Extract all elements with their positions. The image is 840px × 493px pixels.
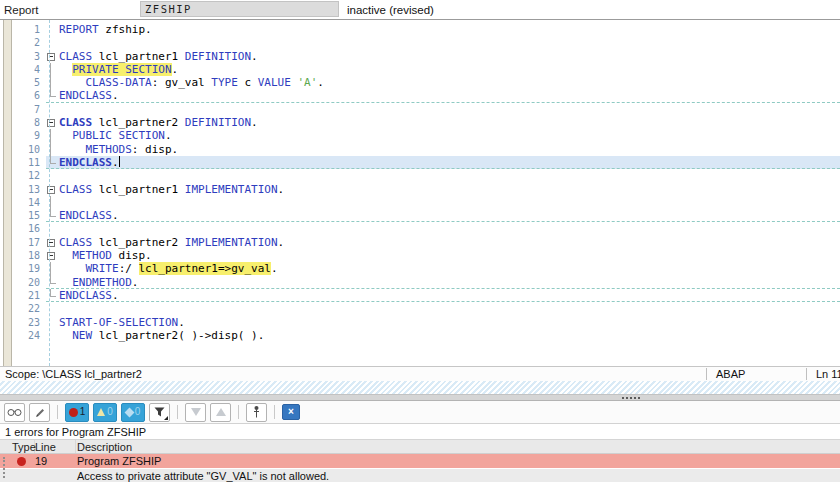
line-number[interactable]: 4 [0,63,46,76]
code-line[interactable]: 8CLASS lcl_partner2 DEFINITION. [0,116,840,129]
code-line[interactable]: 23START-OF-SELECTION. [0,316,840,329]
code-text[interactable]: REPORT zfship. [59,23,840,36]
code-line[interactable]: 17CLASS lcl_partner2 IMPLEMENTATION. [0,236,840,249]
line-number[interactable]: 17 [0,236,46,249]
line-number[interactable]: 21 [0,289,46,302]
code-text[interactable]: CLASS lcl_partner2 IMPLEMENTATION. [59,236,840,249]
line-number[interactable]: 3 [0,50,46,63]
code-text[interactable]: ENDCLASS. [59,156,840,168]
code-text[interactable]: CLASS lcl_partner2 DEFINITION. [59,116,840,129]
line-number[interactable]: 7 [0,103,46,116]
line-number[interactable]: 16 [0,222,46,235]
row-line-cell: 19 [35,455,76,467]
code-line[interactable]: 3CLASS lcl_partner1 DEFINITION. [0,50,840,63]
code-text[interactable]: WRITE:/ lcl_partner1=>gv_val. [59,262,840,275]
code-text[interactable]: ENDCLASS. [59,289,840,301]
column-header-description[interactable]: Description [76,441,840,453]
fold-marker-icon[interactable] [46,116,59,129]
code-text[interactable] [59,169,840,182]
line-number[interactable]: 1 [0,23,46,36]
line-number[interactable]: 12 [0,169,46,182]
error-detail-row[interactable]: Access to private attribute "GV_VAL" is … [0,469,840,483]
code-line[interactable]: 19 WRITE:/ lcl_partner1=>gv_val. [0,262,840,275]
splitter-grip-icon[interactable] [622,397,640,399]
line-number[interactable]: 11 [0,156,46,169]
line-number[interactable]: 20 [0,276,46,289]
line-number[interactable]: 6 [0,89,46,102]
code-text[interactable]: CLASS lcl_partner1 DEFINITION. [59,50,840,63]
code-line[interactable]: 9 PUBLIC SECTION. [0,129,840,142]
code-line[interactable]: 7 [0,103,840,116]
code-line[interactable]: 10 METHODS: disp. [0,143,840,156]
errors-filter-button[interactable]: 1 [65,403,89,422]
line-number[interactable]: 10 [0,143,46,156]
code-text[interactable]: ENDMETHOD. [59,276,840,288]
code-text[interactable]: ENDCLASS. [59,89,840,101]
code-text[interactable]: METHOD disp. [59,249,840,262]
code-line[interactable]: 6ENDCLASS. [0,89,840,102]
next-message-button[interactable] [185,403,206,422]
code-line[interactable]: 18 METHOD disp. [0,249,840,262]
line-number[interactable]: 15 [0,209,46,222]
line-number[interactable]: 18 [0,249,46,262]
fold-marker-icon[interactable] [46,183,59,196]
line-number[interactable]: 14 [0,196,46,209]
line-number[interactable]: 13 [0,183,46,196]
fold-marker-icon[interactable] [46,50,59,63]
fold-marker-icon[interactable] [46,249,59,262]
line-number[interactable]: 24 [0,329,46,342]
code-line[interactable]: 24 NEW lcl_partner2( )->disp( ). [0,329,840,342]
edit-mode-button[interactable] [29,403,50,422]
line-number[interactable]: 2 [0,36,46,49]
code-text[interactable] [59,36,840,49]
code-line[interactable]: 20 ENDMETHOD. [0,276,840,289]
line-number[interactable]: 22 [0,302,46,315]
code-text[interactable] [59,222,840,235]
abap-editor-window: { "header": { "label": "Report", "progra… [0,0,840,493]
code-text[interactable] [59,302,840,315]
code-text[interactable] [59,196,840,209]
code-text[interactable]: START-OF-SELECTION. [59,316,840,329]
line-number[interactable]: 8 [0,116,46,129]
code-line[interactable]: 21ENDCLASS. [0,289,840,302]
code-line[interactable]: 2 [0,36,840,49]
infos-filter-button[interactable]: 0 [121,403,145,422]
line-number[interactable]: 19 [0,262,46,275]
code-line[interactable]: 16 [0,222,840,235]
close-panel-button[interactable]: × [282,404,300,420]
panel-rail-grip[interactable] [3,457,5,478]
code-line[interactable]: 5 CLASS-DATA: gv_val TYPE c VALUE 'A'. [0,76,840,89]
line-number[interactable]: 5 [0,76,46,89]
code-line[interactable]: 15ENDCLASS. [0,209,840,222]
line-number[interactable]: 9 [0,129,46,142]
code-text[interactable]: PUBLIC SECTION. [59,129,840,142]
code-text[interactable]: CLASS-DATA: gv_val TYPE c VALUE 'A'. [59,76,840,89]
line-number[interactable]: 23 [0,316,46,329]
code-line[interactable]: 12 [0,169,840,182]
code-line[interactable]: 1REPORT zfship. [0,23,840,36]
pin-button[interactable] [246,403,267,422]
fold-guide [46,196,59,209]
filter-button[interactable] [149,403,170,422]
column-header-type[interactable]: Type [8,440,35,453]
error-row[interactable]: 19 Program ZFSHIP [0,454,840,469]
code-text[interactable]: ENDCLASS. [59,209,840,221]
display-mode-button[interactable] [4,403,25,422]
warnings-filter-button[interactable]: 0 [93,403,117,422]
code-text[interactable]: NEW lcl_partner2( )->disp( ). [59,329,840,342]
panel-splitter[interactable] [0,394,840,401]
code-editor[interactable]: 1REPORT zfship.23CLASS lcl_partner1 DEFI… [0,20,840,366]
previous-message-button[interactable] [210,403,231,422]
code-line[interactable]: 4 PRIVATE SECTION. [0,63,840,76]
code-text[interactable]: CLASS lcl_partner1 IMPLEMENTATION. [59,183,840,196]
code-text[interactable]: METHODS: disp. [59,143,840,156]
column-header-line[interactable]: Line [35,440,76,453]
code-line[interactable]: 22 [0,302,840,315]
fold-marker-icon[interactable] [46,236,59,249]
code-line[interactable]: 11ENDCLASS. [0,156,840,169]
code-text[interactable] [59,103,840,116]
code-text[interactable]: PRIVATE SECTION. [59,63,840,76]
code-line[interactable]: 13CLASS lcl_partner1 IMPLEMENTATION. [0,183,840,196]
code-line[interactable]: 14 [0,196,840,209]
program-name-field[interactable]: ZFSHIP [140,1,339,17]
